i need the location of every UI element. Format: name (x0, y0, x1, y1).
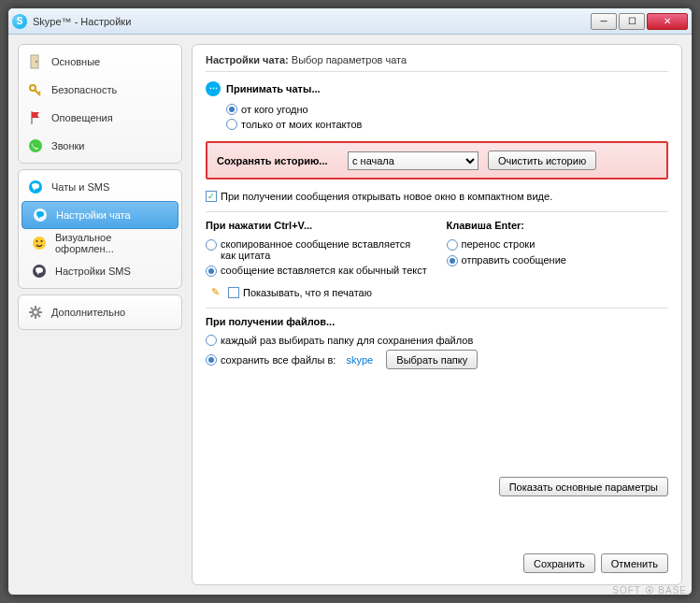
section-enter: Клавиша Enter: перенос строки отправить … (447, 220, 669, 279)
radio-icon (226, 119, 237, 130)
flag-icon (27, 109, 44, 126)
sidebar-item-label: Визуальное оформлен... (55, 232, 173, 254)
radio-paste-quote[interactable]: скопированное сообщение вставляется как … (206, 237, 428, 263)
sidebar-item-label: Безопасность (51, 84, 117, 95)
sidebar-item-notifications[interactable]: Оповещения (21, 104, 179, 132)
sidebar-item-label: Чаты и SMS (51, 181, 109, 193)
svg-line-18 (31, 315, 33, 317)
sidebar-group-advanced: Дополнительно (18, 294, 182, 330)
radio-files-save[interactable]: сохранить все файлы в: skype Выбрать пап… (206, 348, 668, 371)
radio-icon (447, 239, 458, 251)
svg-point-3 (29, 139, 42, 152)
show-basic-button[interactable]: Показать основные параметры (499, 477, 668, 496)
phone-icon (27, 137, 44, 154)
gear-icon (27, 304, 44, 321)
radio-enter-send[interactable]: отправить сообщение (447, 252, 669, 268)
accept-heading: ⋯ Принимать чаты... (206, 81, 668, 96)
pencil-icon: ✎ (206, 286, 224, 298)
settings-window: S Skype™ - Настройки ─ ☐ ✕ Основные Безо… (7, 7, 693, 596)
svg-line-16 (38, 315, 40, 317)
browse-folder-button[interactable]: Выбрать папку (386, 350, 478, 369)
sidebar-item-label: Основные (51, 56, 100, 67)
key-icon (27, 81, 44, 98)
sidebar-item-sms-settings[interactable]: Настройки SMS (21, 257, 179, 285)
svg-point-6 (33, 237, 46, 250)
radio-enter-newline[interactable]: перенос строки (447, 237, 669, 252)
typing-indicator-row[interactable]: ✎ Показывать, что я печатаю (206, 284, 668, 300)
history-highlight: Сохранять историю... с начала Очистить и… (206, 141, 668, 179)
cancel-button[interactable]: Отменить (601, 553, 668, 573)
radio-icon (206, 354, 217, 366)
svg-point-7 (36, 240, 37, 242)
sidebar-item-security[interactable]: Безопасность (21, 76, 179, 104)
panel-header: Настройки чата: Выбор параметров чата (206, 54, 668, 72)
sidebar-item-general[interactable]: Основные (21, 48, 179, 76)
content: Основные Безопасность Оповещения (8, 35, 692, 595)
panel-header-rest: Выбор параметров чата (292, 54, 407, 65)
history-dropdown[interactable]: с начала (348, 151, 479, 170)
smiley-icon (31, 235, 48, 251)
sidebar-item-label: Настройки SMS (55, 266, 131, 277)
footer-buttons: Сохранить Отменить (523, 553, 668, 573)
titlebar[interactable]: S Skype™ - Настройки ─ ☐ ✕ (8, 8, 692, 35)
radio-files-ask[interactable]: каждый раз выбирать папку для сохранения… (206, 333, 668, 348)
svg-point-8 (40, 240, 42, 242)
files-folder-link[interactable]: skype (346, 354, 373, 366)
radio-icon (206, 266, 217, 277)
save-button[interactable]: Сохранить (523, 553, 595, 573)
chat-icon (27, 179, 44, 195)
section-paste: При нажатии Ctrl+V... скопированное сооб… (206, 220, 428, 279)
minimize-button[interactable]: ─ (591, 13, 617, 30)
radio-icon (206, 335, 217, 346)
radio-icon (206, 239, 217, 251)
radio-icon (226, 104, 237, 115)
close-button[interactable]: ✕ (647, 13, 688, 30)
sidebar-item-chat-sms[interactable]: Чаты и SMS (21, 173, 179, 201)
radio-accept-anyone[interactable]: от кого угодно (206, 102, 668, 117)
skype-icon: S (12, 14, 27, 29)
radio-icon (447, 255, 458, 266)
sidebar-item-label: Настройки чата (56, 209, 131, 221)
radio-accept-contacts[interactable]: только от моих контактов (206, 117, 668, 132)
sms-icon (31, 263, 48, 280)
maximize-button[interactable]: ☐ (619, 13, 645, 30)
svg-point-1 (36, 61, 37, 63)
sidebar-item-label: Дополнительно (51, 307, 125, 318)
sidebar-item-label: Звонки (51, 140, 85, 151)
svg-point-10 (33, 309, 38, 315)
chat-settings-icon (32, 207, 49, 223)
sidebar-item-chat-settings[interactable]: Настройки чата (21, 201, 179, 229)
paste-enter-row: При нажатии Ctrl+V... скопированное сооб… (206, 220, 668, 279)
sidebar-item-visual[interactable]: Визуальное оформлен... (21, 229, 179, 257)
sidebar-item-label: Оповещения (51, 112, 113, 123)
chat-bubble-icon: ⋯ (206, 81, 221, 96)
checkbox-icon (228, 287, 239, 298)
sidebar-group-chat: Чаты и SMS Настройки чата Визуальное офо… (18, 169, 182, 289)
panel-header-bold: Настройки чата: (206, 54, 289, 65)
svg-line-15 (31, 308, 33, 309)
clear-history-button[interactable]: Очистить историю (488, 151, 596, 170)
window-title: Skype™ - Настройки (33, 16, 589, 27)
sidebar: Основные Безопасность Оповещения (18, 44, 182, 585)
sidebar-item-calls[interactable]: Звонки (21, 132, 179, 160)
section-files: При получении файлов... каждый раз выбир… (206, 316, 668, 371)
svg-line-17 (38, 308, 40, 309)
door-icon (27, 53, 44, 70)
radio-paste-plain[interactable]: сообщение вставляется как обычный текст (206, 263, 428, 279)
history-label: Сохранять историю... (217, 155, 338, 166)
main-panel: Настройки чата: Выбор параметров чата ⋯ … (192, 44, 682, 585)
sidebar-item-advanced[interactable]: Дополнительно (21, 298, 179, 326)
checkbox-icon (206, 191, 217, 202)
compact-mode-check[interactable]: При получении сообщения открывать новое … (206, 189, 668, 204)
sidebar-group-general: Основные Безопасность Оповещения (18, 44, 182, 164)
section-accept: ⋯ Принимать чаты... от кого угодно тольк… (206, 81, 668, 132)
